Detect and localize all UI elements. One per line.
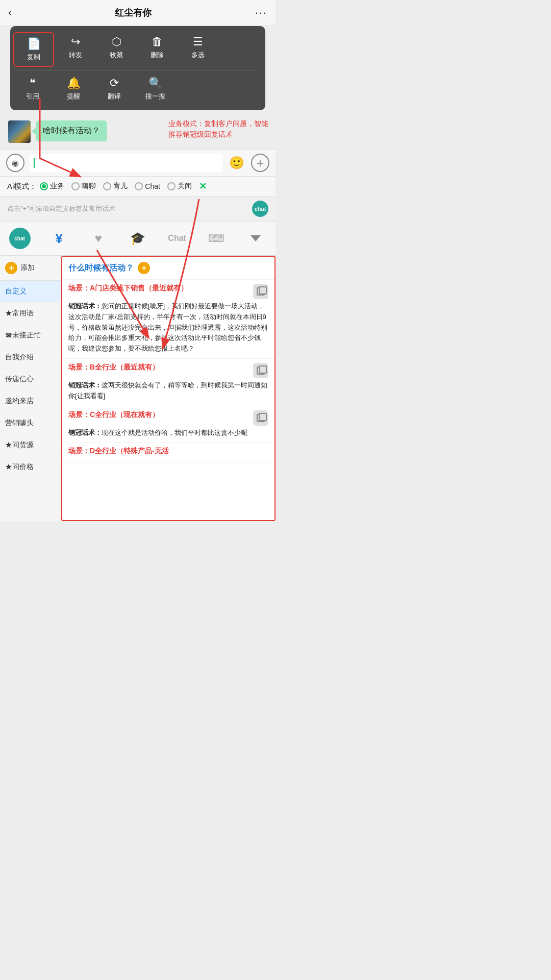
- chat-message: 啥时候有活动？: [43, 126, 100, 135]
- chat-text-icon: Chat: [168, 234, 186, 243]
- voice-button[interactable]: ◉: [6, 154, 24, 172]
- more-button[interactable]: ···: [255, 6, 267, 19]
- favorite-icon: ⬡: [112, 35, 121, 48]
- copy-scenario-c-button[interactable]: [253, 410, 268, 426]
- page-title: 红尘有你: [115, 7, 152, 19]
- ai-mode-business[interactable]: 业务: [40, 182, 68, 191]
- toolbar-keyboard[interactable]: ⌨: [197, 229, 236, 248]
- sidebar-add-button[interactable]: ＋ 添加: [0, 256, 61, 281]
- annotation-text: 业务模式：复制客户问题，智能推荐销冠级回复话术: [168, 119, 268, 138]
- toolbar-chat-logo[interactable]: chat: [0, 225, 39, 252]
- toolbar-heart[interactable]: ♥: [79, 228, 118, 249]
- ai-mode-label: Ai模式：: [7, 182, 37, 191]
- sidebar-item-confidence[interactable]: 传递信心: [0, 369, 61, 390]
- mode-haichat-label: 嗨聊: [82, 182, 96, 191]
- toolbar-graduation[interactable]: 🎓: [118, 228, 157, 249]
- sidebar-price-label: ★问价格: [5, 462, 34, 471]
- ai-mode-child[interactable]: 育儿: [103, 182, 132, 191]
- sidebar-busy-label: ☎未接正忙: [5, 331, 41, 339]
- radio-business[interactable]: [40, 182, 48, 190]
- menu-remind-label: 提醒: [67, 92, 80, 101]
- cursor: [34, 158, 35, 168]
- sidebar-item-price[interactable]: ★问价格: [0, 456, 61, 478]
- search-icon: 🔍: [148, 77, 162, 90]
- radio-chat[interactable]: [135, 182, 143, 190]
- ai-mode-chat[interactable]: Chat: [135, 182, 164, 190]
- panel-add-button[interactable]: ＋: [138, 262, 150, 274]
- sidebar-item-custom[interactable]: 自定义: [0, 281, 61, 303]
- right-panel: 什么时候有活动？ ＋ 场景：A门店类线下销售（最近就有） 销冠话术：您问的正是时…: [61, 256, 276, 521]
- voice-icon: ◉: [12, 158, 19, 168]
- scenario-a-title: 场景：A门店类线下销售（最近就有）: [68, 284, 253, 293]
- menu-favorite-label: 收藏: [110, 51, 123, 60]
- panel-header: 什么时候有活动？ ＋: [62, 257, 274, 280]
- forward-icon: ↪: [71, 35, 80, 48]
- menu-remind[interactable]: 🔔 提醒: [53, 72, 94, 105]
- delete-icon: 🗑: [152, 35, 163, 48]
- sidebar-item-intro[interactable]: 自我介绍: [0, 347, 61, 369]
- ai-mode-haichat[interactable]: 嗨聊: [71, 182, 100, 191]
- sidebar-common-label: ★常用语: [5, 309, 34, 317]
- scenario-a-content: 销冠话术：您问的正是时候[呲牙]，我们刚好最近要做一场大活动，这次活动是厂家/总…: [68, 301, 268, 354]
- text-input-wrapper[interactable]: [30, 154, 222, 172]
- scenario-a-header: 场景：A门店类线下销售（最近就有）: [68, 284, 268, 299]
- copy-icon-c: [257, 414, 265, 422]
- ai-mode-close[interactable]: ✕: [199, 181, 207, 192]
- scenario-c-text: 现在这个就是活动价哈，我们平时都比这贵不少呢: [102, 429, 247, 436]
- multiselect-icon: ☰: [193, 35, 203, 48]
- radio-off[interactable]: [167, 182, 176, 190]
- scenario-b-header: 场景：B全行业（最近就有）: [68, 363, 268, 378]
- copy-icon: 📄: [27, 37, 41, 51]
- menu-delete[interactable]: 🗑 删除: [137, 31, 178, 68]
- scenario-b-title: 场景：B全行业（最近就有）: [68, 363, 253, 372]
- sidebar-confidence-label: 传递信心: [5, 375, 34, 383]
- context-menu: 📄 复制 ↪ 转发 ⬡ 收藏 🗑 删除 ☰ 多选 ❝ 引用 🔔 提醒: [10, 26, 265, 110]
- chat-area: 啥时候有活动？ 业务模式：复制客户问题，智能推荐销冠级回复话术: [0, 114, 276, 149]
- menu-translate[interactable]: ⟳ 翻译: [94, 72, 135, 105]
- copy-scenario-a-button[interactable]: [253, 284, 268, 299]
- scenario-a: 场景：A门店类线下销售（最近就有） 销冠话术：您问的正是时候[呲牙]，我们刚好最…: [62, 280, 274, 359]
- toolbar-yuan[interactable]: ¥: [39, 228, 79, 250]
- hint-text: 点击"+"可添加自定义标签及常用话术: [7, 204, 115, 213]
- menu-search[interactable]: 🔍 搜一搜: [135, 72, 176, 105]
- sidebar-goods-label: ★问货源: [5, 440, 34, 449]
- copy-scenario-b-button[interactable]: [253, 363, 268, 378]
- menu-favorite[interactable]: ⬡ 收藏: [96, 31, 137, 68]
- menu-search-label: 搜一搜: [145, 92, 165, 101]
- mode-chat-label: Chat: [145, 182, 160, 190]
- quote-icon: ❝: [30, 77, 36, 90]
- sidebar-item-invite[interactable]: 邀约来店: [0, 390, 61, 412]
- scenario-c-header: 场景：C全行业（现在就有）: [68, 410, 268, 426]
- mode-child-label: 育儿: [113, 182, 128, 191]
- sidebar-item-goods[interactable]: ★问货源: [0, 434, 61, 456]
- sidebar-marketing-label: 营销噱头: [5, 419, 34, 427]
- copy-icon-a: [257, 287, 265, 296]
- graduation-icon: 🎓: [130, 231, 145, 246]
- menu-multiselect[interactable]: ☰ 多选: [178, 31, 218, 68]
- menu-forward[interactable]: ↪ 转发: [55, 31, 96, 68]
- toolbar-row: chat ¥ ♥ 🎓 Chat ⌨: [0, 222, 276, 256]
- chat-bubble: 啥时候有活动？: [36, 120, 107, 141]
- sidebar-item-busy[interactable]: ☎未接正忙: [0, 325, 61, 347]
- ai-mode-off[interactable]: 关闭: [167, 182, 196, 191]
- radio-haichat[interactable]: [71, 182, 80, 190]
- toolbar-dropdown[interactable]: [236, 232, 276, 244]
- heart-icon: ♥: [95, 231, 102, 246]
- menu-quote-label: 引用: [26, 92, 39, 101]
- context-menu-row-1: 📄 复制 ↪ 转发 ⬡ 收藏 🗑 删除 ☰ 多选: [12, 31, 263, 68]
- ai-mode-bar: Ai模式： 业务 嗨聊 育儿 Chat 关闭 ✕: [0, 177, 276, 197]
- toolbar-chat-text[interactable]: Chat: [158, 231, 197, 246]
- chat-icon-button[interactable]: chat: [252, 201, 268, 217]
- emoji-button[interactable]: 🙂: [228, 154, 246, 172]
- emoji-icon: 🙂: [229, 156, 244, 170]
- sidebar-item-marketing[interactable]: 营销噱头: [0, 412, 61, 434]
- back-button[interactable]: ‹: [8, 6, 12, 19]
- menu-delete-label: 删除: [151, 51, 164, 60]
- radio-child[interactable]: [103, 182, 111, 190]
- menu-quote[interactable]: ❝ 引用: [12, 72, 53, 105]
- sidebar-custom-label: 自定义: [5, 287, 27, 295]
- menu-copy[interactable]: 📄 复制: [13, 32, 54, 67]
- sidebar-item-common[interactable]: ★常用语: [0, 303, 61, 325]
- annotation: 业务模式：复制客户问题，智能推荐销冠级回复话术: [168, 118, 270, 140]
- add-media-button[interactable]: ＋: [251, 154, 269, 172]
